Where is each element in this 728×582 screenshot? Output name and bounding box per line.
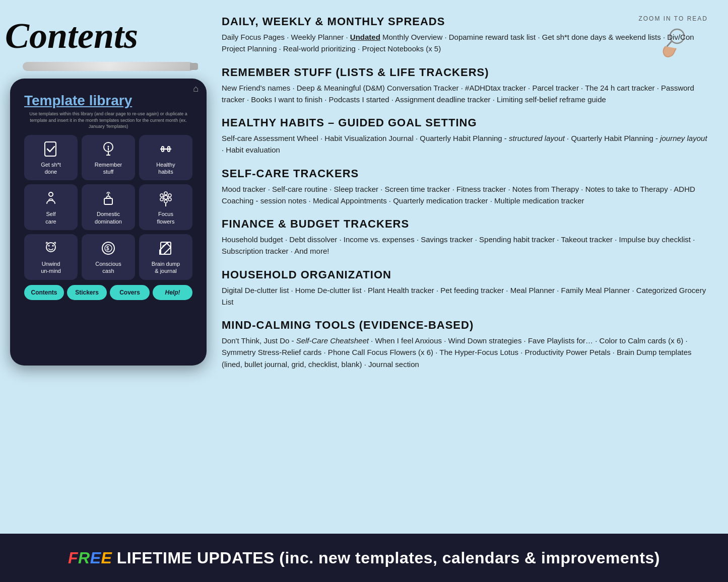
tablet-nav: Contents Stickers Covers Help! (24, 285, 192, 300)
template-item-domestic-domination[interactable]: Domesticdomination (82, 184, 135, 230)
content-section-0: Daily, Weekly & Monthly SpreadsDaily Foc… (222, 15, 708, 55)
svg-rect-0 (45, 142, 56, 156)
template-item-label: Selfcare (45, 210, 56, 225)
svg-point-9 (49, 192, 53, 196)
template-item-label: Rememberstuff (95, 161, 122, 176)
section-text-3: Mood tracker · Self-care routine · Sleep… (222, 183, 708, 207)
svg-point-20 (46, 243, 55, 252)
section-heading-2: Healthy Habits – Guided Goal Setting (222, 116, 708, 129)
nav-stickers[interactable]: Stickers (67, 285, 107, 300)
banner-text: FREE LIFETIME UPDATES (inc. new template… (68, 549, 660, 567)
bottom-banner: FREE LIFETIME UPDATES (inc. new template… (0, 534, 728, 582)
svg-point-14 (168, 194, 171, 197)
content-section-4: Finance & Budget TrackersHousehold budge… (222, 217, 708, 257)
svg-point-17 (160, 198, 163, 201)
section-text-1: New Friend's names · Deep & Meaningful (… (222, 82, 708, 106)
svg-point-18 (160, 194, 163, 197)
section-heading-1: Remember Stuff (Lists & Life Trackers) (222, 66, 708, 79)
section-text-5: Digital De-clutter list · Home De-clutte… (222, 284, 708, 308)
contents-title: Contents (0, 15, 138, 57)
nav-covers[interactable]: Covers (110, 285, 150, 300)
right-section: Daily, Weekly & Monthly SpreadsDaily Foc… (222, 15, 718, 381)
section-text-6: Don't Think, Just Do - Self-Care Cheatsh… (222, 335, 708, 370)
section-heading-6: Mind-Calming Tools (Evidence-Based) (222, 319, 708, 332)
template-subtitle: Use templates within this library (and c… (24, 111, 192, 130)
template-item-label: Focusflowers (157, 210, 175, 225)
svg-text:$: $ (106, 246, 109, 251)
template-item-conscious-cash[interactable]: $ Consciouscash (82, 234, 135, 280)
content-section-6: Mind-Calming Tools (Evidence-Based)Don't… (222, 319, 708, 370)
svg-point-15 (168, 198, 171, 201)
nav-help[interactable]: Help! (153, 285, 192, 300)
content-section-2: Healthy Habits – Guided Goal SettingSelf… (222, 116, 708, 156)
svg-point-13 (164, 192, 167, 195)
svg-point-16 (164, 200, 167, 203)
banner-rest: LIFETIME UPDATES (inc. new templates, ca… (117, 549, 660, 567)
template-item-label: Healthyhabits (156, 161, 175, 176)
template-item-healthy-habits[interactable]: Healthyhabits (139, 135, 192, 181)
left-section: Contents ⌂ Template library Use template… (0, 0, 217, 534)
section-heading-3: Self-Care Trackers (222, 167, 708, 180)
svg-point-12 (164, 195, 168, 199)
nav-contents[interactable]: Contents (24, 285, 64, 300)
template-item-label: Get sh*tdone (41, 161, 61, 176)
tablet-mockup: ⌂ Template library Use templates within … (10, 79, 207, 366)
stylus-bar (23, 62, 194, 71)
template-item-unwind-unmind[interactable]: Unwindun-mind (24, 234, 78, 280)
tablet-content: Template library Use templates within th… (18, 87, 198, 357)
section-heading-0: Daily, Weekly & Monthly Spreads (222, 15, 708, 28)
svg-point-4 (108, 146, 109, 147)
template-library-title: Template library (24, 93, 192, 109)
section-heading-5: Household Organization (222, 268, 708, 281)
template-item-self-care[interactable]: Selfcare (24, 184, 78, 230)
section-text-4: Household budget · Debt dissolver · Inco… (222, 234, 708, 257)
template-item-focus-flowers[interactable]: Focusflowers (139, 184, 192, 230)
template-item-label: Brain dump& journal (152, 260, 180, 275)
section-heading-4: Finance & Budget Trackers (222, 217, 708, 231)
content-section-1: Remember Stuff (Lists & Life Trackers)Ne… (222, 66, 708, 106)
template-item-label: Domesticdomination (95, 210, 122, 225)
home-icon: ⌂ (193, 84, 198, 94)
free-word: FREE (68, 549, 112, 567)
sections-container: Daily, Weekly & Monthly SpreadsDaily Foc… (222, 15, 708, 370)
template-item-get-shit-done[interactable]: Get sh*tdone (24, 135, 78, 181)
template-item-remember-stuff[interactable]: Rememberstuff (82, 135, 135, 181)
template-grid: Get sh*tdone Rememberstuff (24, 135, 192, 280)
template-item-label: Unwindun-mind (41, 260, 61, 275)
template-item-brain-dump[interactable]: Brain dump& journal (139, 234, 192, 280)
content-section-3: Self-Care TrackersMood tracker · Self-ca… (222, 167, 708, 207)
template-item-label: Consciouscash (95, 260, 121, 275)
svg-rect-10 (104, 198, 112, 204)
section-text-0: Daily Focus Pages · Weekly Planner · Und… (222, 31, 708, 55)
section-text-2: Self-care Assessment Wheel · Habit Visua… (222, 132, 708, 156)
content-section-5: Household OrganizationDigital De-clutter… (222, 268, 708, 308)
